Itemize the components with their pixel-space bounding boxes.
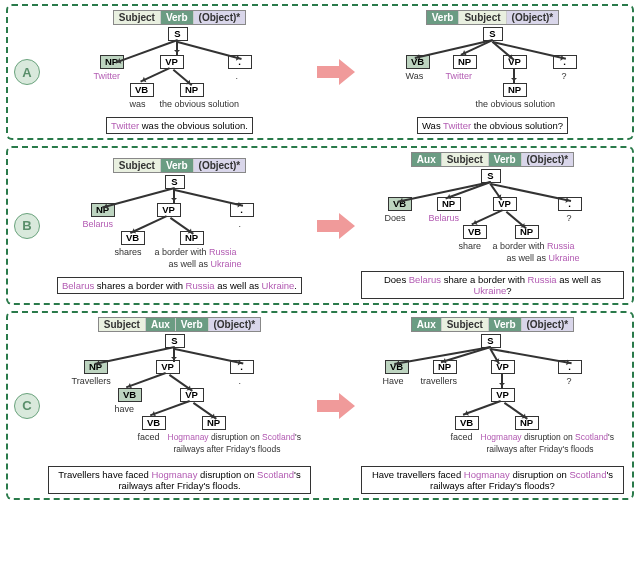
tree-c-left: S NP VP . VB VP VB NP Travellers have fa… — [45, 334, 314, 464]
pattern-b-left: Subject Verb (Object)* — [113, 158, 246, 173]
pattern-b-right: Aux Subject Verb (Object)* — [411, 152, 574, 167]
sentence-c-left: Travellers have faced Hogmanay disruptio… — [48, 466, 312, 494]
node-np2: NP — [503, 83, 527, 97]
panel-c-left: Subject Aux Verb (Object)* S NP VP . VB … — [44, 316, 315, 495]
node-vp: VP — [157, 203, 181, 217]
node-vb2: VB — [142, 416, 166, 430]
example-c: C Subject Aux Verb (Object)* S NP VP . V… — [6, 311, 634, 500]
leaf-does: Does — [385, 213, 406, 223]
leaf-obja: Hogmanay disruption on Scotland's — [168, 432, 301, 442]
pattern-object: (Object)* — [507, 11, 559, 24]
pattern-aux: Aux — [146, 318, 176, 331]
pattern-object: (Object)* — [522, 318, 574, 331]
sentence-a-right: Was Twitter the obvious solution? — [417, 117, 568, 134]
pattern-verb: Verb — [489, 153, 522, 166]
sentence-c-right: Have travellers faced Hogmanay disruptio… — [361, 466, 625, 494]
pattern-object: (Object)* — [194, 11, 246, 24]
pattern-a-right: Verb Subject (Object)* — [426, 10, 559, 25]
pattern-object: (Object)* — [522, 153, 574, 166]
node-vb2: VB — [455, 416, 479, 430]
pattern-aux: Aux — [412, 318, 442, 331]
tree-a-right: S VB NP VP . NP Was Twitter the obvious … — [358, 27, 627, 115]
svg-marker-0 — [317, 59, 355, 85]
leaf-period: . — [239, 219, 242, 229]
example-b: B Subject Verb (Object)* S NP VP . VB NP… — [6, 146, 634, 305]
pattern-verb: Verb — [176, 318, 209, 331]
panel-b-left: Subject Verb (Object)* S NP VP . VB NP B… — [44, 157, 315, 295]
leaf-period: . — [236, 71, 239, 81]
leaf-obj1: a border with Russia — [155, 247, 237, 257]
pattern-object: (Object)* — [209, 318, 261, 331]
sentence-a-left: Twitter was the obvious solution. — [106, 117, 253, 134]
pattern-subject: Subject — [114, 159, 161, 172]
leaf-q: ? — [567, 213, 572, 223]
svg-marker-2 — [317, 393, 355, 419]
leaf-q: ? — [567, 376, 572, 386]
leaf-belarus: Belarus — [429, 213, 460, 223]
leaf-obja: Hogmanay disruption on Scotland's — [481, 432, 614, 442]
leaf-q: ? — [562, 71, 567, 81]
pattern-subject: Subject — [442, 153, 489, 166]
pattern-aux: Aux — [412, 153, 442, 166]
leaf-twitter: Twitter — [94, 71, 121, 81]
leaf-was: Was — [406, 71, 424, 81]
leaf-obj2: as well as Ukraine — [507, 253, 580, 263]
panel-b-right: Aux Subject Verb (Object)* S VB NP VP . … — [357, 151, 628, 300]
pattern-verb: Verb — [427, 11, 460, 24]
leaf-trav: Travellers — [72, 376, 111, 386]
tree-a-left: S NP VP . VB NP Twitter was the obvious … — [45, 27, 314, 115]
node-np: NP — [453, 55, 477, 69]
leaf-obj: the obvious solution — [160, 99, 240, 109]
sentence-b-left: Belarus shares a border with Russia as w… — [57, 277, 302, 294]
arrow-icon — [315, 213, 357, 239]
tree-c-right: S VB NP VP . VP VB NP Have travellers fa… — [358, 334, 627, 464]
pattern-c-left: Subject Aux Verb (Object)* — [98, 317, 261, 332]
badge-a: A — [14, 59, 40, 85]
leaf-obj2: as well as Ukraine — [169, 259, 242, 269]
leaf-have: Have — [383, 376, 404, 386]
leaf-share: share — [459, 241, 482, 251]
badge-c: C — [14, 393, 40, 419]
leaf-faced: faced — [138, 432, 160, 442]
panel-a-left: Subject Verb (Object)* S NP VP . VB NP T… — [44, 9, 315, 135]
node-vp2: VP — [491, 388, 515, 402]
node-vb: VB — [130, 83, 154, 97]
sentence-b-right: Does Belarus share a border with Russia … — [361, 271, 625, 299]
panel-c-right: Aux Subject Verb (Object)* S VB NP VP . … — [357, 316, 628, 495]
tree-b-right: S VB NP VP . VB NP Does Belarus share a … — [358, 169, 627, 269]
leaf-objb: railways after Friday's floods — [174, 444, 281, 454]
leaf-obj1: a border with Russia — [493, 241, 575, 251]
leaf-shares: shares — [115, 247, 142, 257]
node-vp: VP — [160, 55, 184, 69]
leaf-was: was — [130, 99, 146, 109]
pattern-a-left: Subject Verb (Object)* — [113, 10, 246, 25]
panel-a-right: Verb Subject (Object)* S VB NP VP . NP W… — [357, 9, 628, 135]
tree-b-left: S NP VP . VB NP Belarus shares a border … — [45, 175, 314, 275]
arrow-icon — [315, 393, 357, 419]
svg-marker-1 — [317, 213, 355, 239]
node-vb1: VB — [118, 388, 142, 402]
leaf-have: have — [115, 404, 135, 414]
node-vb2: VB — [463, 225, 487, 239]
badge-b: B — [14, 213, 40, 239]
pattern-verb: Verb — [489, 318, 522, 331]
example-a: A Subject Verb (Object)* S NP VP . VB NP… — [6, 4, 634, 140]
pattern-verb: Verb — [161, 11, 194, 24]
leaf-objb: railways after Friday's floods — [487, 444, 594, 454]
pattern-c-right: Aux Subject Verb (Object)* — [411, 317, 574, 332]
pattern-subject: Subject — [114, 11, 161, 24]
leaf-belarus: Belarus — [83, 219, 114, 229]
leaf-faced: faced — [451, 432, 473, 442]
leaf-twitter: Twitter — [446, 71, 473, 81]
arrow-icon — [315, 59, 357, 85]
leaf-trav: travellers — [421, 376, 458, 386]
leaf-period: . — [239, 376, 242, 386]
leaf-obj: the obvious solution — [476, 99, 556, 109]
pattern-subject: Subject — [442, 318, 489, 331]
pattern-subject: Subject — [459, 11, 506, 24]
pattern-subject: Subject — [99, 318, 146, 331]
pattern-verb: Verb — [161, 159, 194, 172]
pattern-object: (Object)* — [194, 159, 246, 172]
